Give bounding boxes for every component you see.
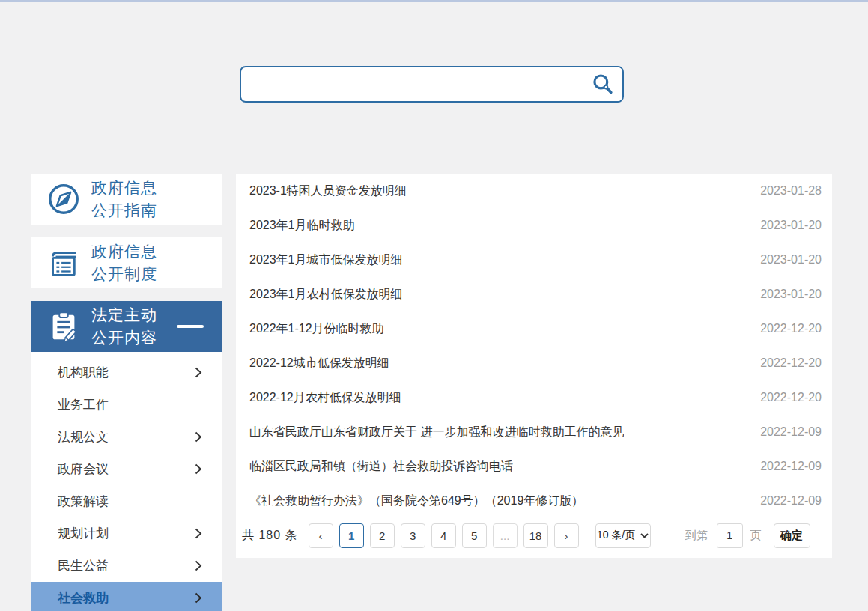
list-item[interactable]: 临淄区民政局和镇（街道）社会救助投诉咨询电话 2022-12-09 [236, 449, 832, 484]
sidebar-card-statutory-disclosure[interactable]: 法定主动 公开内容 [31, 301, 222, 352]
list-item[interactable]: 2023年1月城市低保发放明细 2023-01-20 [236, 243, 832, 277]
page-button-5[interactable]: 5 [462, 523, 487, 548]
goto-page-label: 到第 [685, 529, 709, 543]
sidebar-item-yewugongzuo[interactable]: 业务工作 [31, 389, 222, 421]
sidebar-card-open-system[interactable]: 政府信息 公开制度 [31, 237, 222, 288]
list-item[interactable]: 《社会救助暂行办法》（国务院令第649号）（2019年修订版） 2022-12-… [236, 484, 832, 518]
page-ellipsis[interactable]: ... [493, 523, 518, 548]
sidebar-item-jigouzhineng[interactable]: 机构职能 [31, 356, 222, 389]
sidebar-item-minshenggongyi[interactable]: 民生公益 [31, 550, 222, 582]
search-icon [591, 73, 615, 97]
chevron-right-icon [195, 528, 202, 539]
sidebar-card-label: 法定主动 公开内容 [91, 304, 157, 349]
sidebar-item-shehuijiuzhu[interactable]: 社会救助 [31, 582, 222, 611]
article-title[interactable]: 2023年1月城市低保发放明细 [249, 252, 403, 268]
page-button-4[interactable]: 4 [431, 523, 456, 548]
article-title[interactable]: 山东省民政厅山东省财政厅关于 进一步加强和改进临时救助工作的意见 [249, 425, 624, 440]
collapse-minus-icon[interactable] [177, 325, 204, 328]
chevron-right-icon [195, 367, 202, 378]
sidebar-card-label: 政府信息 公开制度 [91, 240, 157, 285]
list-item[interactable]: 2022-12城市低保发放明细 2022-12-20 [236, 346, 832, 380]
sidebar-card-label: 政府信息 公开指南 [91, 177, 157, 222]
article-date: 2022-12-09 [760, 460, 822, 473]
article-title[interactable]: 2022-12月农村低保发放明细 [249, 390, 401, 406]
list-item[interactable]: 山东省民政厅山东省财政厅关于 进一步加强和改进临时救助工作的意见 2022-12… [236, 415, 832, 449]
article-title[interactable]: 2023年1月农村低保发放明细 [249, 287, 403, 303]
article-date: 2023-01-20 [760, 253, 822, 267]
article-list-panel: 2023-1特困人员资金发放明细 2023-01-28 2023年1月临时救助 … [236, 174, 832, 558]
prev-page-button[interactable]: ‹ [309, 523, 333, 548]
article-date: 2023-01-20 [760, 219, 822, 232]
sidebar-item-faguigongwen[interactable]: 法规公文 [31, 421, 222, 453]
total-count-label: 共 180 条 [242, 528, 298, 544]
article-date: 2022-12-20 [760, 322, 822, 335]
article-title[interactable]: 2022-12城市低保发放明细 [249, 356, 389, 371]
article-list: 2023-1特困人员资金发放明细 2023-01-28 2023年1月临时救助 … [236, 174, 832, 518]
article-title[interactable]: 《社会救助暂行办法》（国务院令第649号）（2019年修订版） [249, 493, 583, 509]
article-date: 2022-12-09 [760, 494, 822, 508]
article-date: 2023-01-28 [760, 184, 822, 198]
sidebar-menu: 机构职能 业务工作 法规公文 政府会议 政策解读 规划计划 民生公益 社会救助 [31, 352, 222, 611]
clipboard-pencil-icon [46, 309, 81, 344]
sidebar-card-open-guide[interactable]: 政府信息 公开指南 [31, 174, 222, 225]
list-item[interactable]: 2023-1特困人员资金发放明细 2023-01-28 [236, 174, 832, 208]
article-date: 2022-12-20 [760, 356, 822, 370]
list-item[interactable]: 2022年1-12月份临时救助 2022-12-20 [236, 311, 832, 346]
search-button[interactable] [583, 67, 622, 101]
page-button-1[interactable]: 1 [339, 523, 364, 548]
search-bar [240, 66, 624, 103]
goto-page-unit: 页 [750, 529, 762, 543]
page-button-18[interactable]: 18 [523, 523, 548, 548]
chevron-right-icon [195, 431, 202, 443]
top-accent-strip [0, 0, 868, 2]
article-title[interactable]: 临淄区民政局和镇（街道）社会救助投诉咨询电话 [249, 459, 513, 475]
page-button-2[interactable]: 2 [370, 523, 395, 548]
article-date: 2023-01-20 [760, 288, 822, 301]
chevron-right-icon [195, 463, 202, 475]
article-date: 2022-12-09 [760, 425, 822, 439]
sidebar-item-zhengfuhuiyi[interactable]: 政府会议 [31, 453, 222, 485]
chevron-right-icon [195, 592, 202, 604]
list-item[interactable]: 2022-12月农村低保发放明细 2022-12-20 [236, 380, 832, 415]
confirm-button[interactable]: 确定 [774, 523, 810, 548]
article-title[interactable]: 2023-1特困人员资金发放明细 [249, 183, 407, 199]
article-title[interactable]: 2022年1-12月份临时救助 [249, 321, 384, 337]
compass-icon [46, 182, 81, 216]
chevron-right-icon [195, 560, 202, 571]
page-size-select[interactable]: 10 条/页 [595, 523, 651, 548]
search-input[interactable] [241, 67, 583, 101]
list-item[interactable]: 2023年1月农村低保发放明细 2023-01-20 [236, 277, 832, 311]
ledger-icon [46, 246, 81, 280]
pagination-bar: 共 180 条 ‹ 1 2 3 4 5 ... 18 › 10 条/页 到第 页… [242, 523, 825, 548]
sidebar-item-guihuajihua[interactable]: 规划计划 [31, 517, 222, 550]
next-page-button[interactable]: › [554, 523, 579, 548]
article-date: 2022-12-20 [760, 391, 822, 404]
goto-page-input[interactable] [717, 523, 743, 548]
page-button-3[interactable]: 3 [401, 523, 425, 548]
list-item[interactable]: 2023年1月临时救助 2023-01-20 [236, 208, 832, 243]
sidebar-item-zhengcejiedu[interactable]: 政策解读 [31, 485, 222, 517]
article-title[interactable]: 2023年1月临时救助 [249, 218, 355, 234]
chevron-down-icon [640, 533, 649, 538]
